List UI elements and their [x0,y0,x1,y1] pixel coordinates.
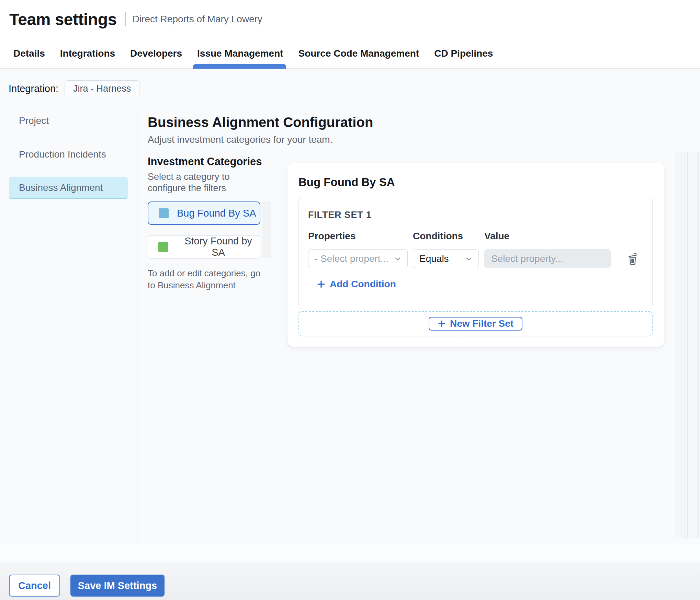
tab-integrations[interactable]: Integrations [60,38,115,68]
trash-icon [626,252,639,266]
tab-label: Source Code Management [298,48,419,59]
category-label: Bug Found By SA [177,208,256,219]
business-alignment-section: Business Alignment Configuration Adjust … [137,109,700,544]
conditions-column-label: Conditions [413,231,479,242]
tab-cd-pipelines[interactable]: CD Pipelines [434,38,493,68]
vertical-scrollbar-page[interactable] [687,152,699,538]
settings-sidebar: Project Production Incidents Business Al… [0,109,137,544]
tab-label: CD Pipelines [434,48,493,59]
section-title: Business Alignment Configuration [148,114,700,130]
tab-label: Developers [130,48,182,59]
conditions-select-value: Equals [419,253,449,264]
tab-details[interactable]: Details [13,38,45,68]
page-subtitle: Direct Reports of Mary Lowery [133,14,262,25]
new-filter-set-button[interactable]: New Filter Set [429,317,522,331]
properties-select-value: - Select propert... [315,253,388,264]
value-input[interactable] [484,249,611,268]
conditions-select[interactable]: Equals [413,249,479,268]
tab-bar: Details Integrations Developers Issue Ma… [0,38,700,69]
integration-row: Integration: Jira - Harness [0,69,700,109]
pre-footer-spacer [0,544,700,562]
category-story-found-by-sa[interactable]: Story Found by SA [148,235,260,258]
active-tab-underline [193,64,286,69]
filter-columns-header: Properties Conditions Value [308,231,652,242]
category-color-swatch [159,208,169,218]
categories-heading: Investment Categories [148,155,277,168]
filter-set-card: FILTER SET 1 Properties Conditions Value… [298,198,653,309]
new-filter-set-label: New Filter Set [450,318,513,329]
content-area: Integration: Jira - Harness Project Prod… [0,69,700,544]
categories-scrollbar[interactable] [262,201,271,258]
properties-select[interactable]: - Select propert... [308,249,408,268]
condition-row: - Select propert... Equals [308,249,652,268]
section-subtitle: Adjust investment categories for your te… [148,135,700,145]
add-condition-label: Add Condition [330,279,396,290]
filter-set-heading: FILTER SET 1 [308,210,652,220]
add-condition-button[interactable]: Add Condition [317,279,396,290]
team-settings-page: Team settings Direct Reports of Mary Low… [0,0,700,600]
categories-note: To add or edit categories, go to Busines… [148,267,262,291]
category-color-swatch [158,242,168,252]
value-column-label: Value [484,231,611,242]
tab-source-code-management[interactable]: Source Code Management [298,38,419,68]
chevron-down-icon [465,255,473,263]
integration-badge[interactable]: Jira - Harness [65,80,139,97]
new-filter-set-dropzone: New Filter Set [298,311,653,336]
categories-description: Select a category to configure the filte… [148,171,269,194]
tab-label: Details [13,48,45,59]
filter-configuration-column: Bug Found By SA FILTER SET 1 Properties … [277,153,700,544]
tab-label: Integrations [60,48,115,59]
plus-icon [438,320,446,328]
tab-label: Issue Management [197,48,283,59]
vertical-scrollbar-panel[interactable] [676,152,686,538]
sidebar-item-business-alignment[interactable]: Business Alignment [9,177,128,199]
plus-icon [317,280,326,289]
page-title: Team settings [9,10,117,29]
filter-card-title: Bug Found By SA [298,176,653,189]
investment-categories-panel: Investment Categories Select a category … [137,153,277,544]
configuration-columns: Investment Categories Select a category … [137,153,700,544]
page-header: Team settings Direct Reports of Mary Low… [0,0,700,38]
properties-column-label: Properties [308,231,408,242]
tab-issue-management[interactable]: Issue Management [197,38,283,68]
footer-action-bar: Cancel Save IM Settings [0,562,700,600]
category-label: Story Found by SA [177,235,260,258]
integration-label: Integration: [9,83,58,94]
category-bug-found-by-sa[interactable]: Bug Found By SA [148,201,260,225]
cancel-button[interactable]: Cancel [9,575,60,597]
delete-condition-button[interactable] [625,250,640,267]
chevron-down-icon [394,255,402,263]
settings-body: Project Production Incidents Business Al… [0,109,700,544]
sidebar-item-production-incidents[interactable]: Production Incidents [9,143,128,165]
save-im-settings-button[interactable]: Save IM Settings [70,575,165,597]
title-separator [125,12,126,26]
tab-developers[interactable]: Developers [130,38,182,68]
sidebar-item-project[interactable]: Project [9,110,128,132]
filter-config-card: Bug Found By SA FILTER SET 1 Properties … [287,163,664,347]
